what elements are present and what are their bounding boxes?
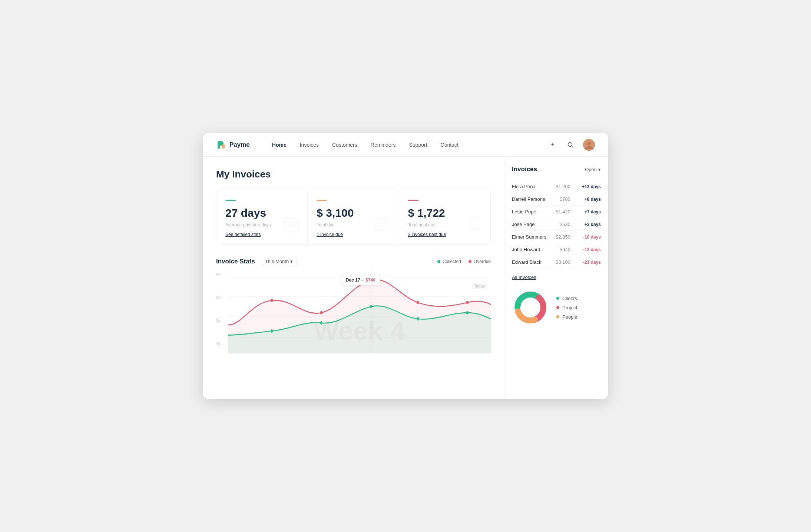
stats-header: Invoice Stats This Month ▾ Collected Ove… [216,257,491,266]
nav-invoices[interactable]: Invoices [300,142,319,148]
nav-support[interactable]: Support [409,142,427,148]
invoice-name-5: John Howard [512,247,560,252]
nav-home[interactable]: Home [272,142,287,148]
svg-point-22 [271,329,273,333]
donut-section: Clients Project People [512,289,601,326]
stats-filter-label: This Month [265,259,289,264]
donut-dot-clients [556,297,559,300]
donut-dot-people [556,315,559,318]
stat-cards: ··· 27 days Average past due days See de… [216,189,491,245]
invoice-days-6: -21 days [575,260,601,265]
invoice-amount-1: $780 [560,196,570,202]
app-window: Payme Home Invoices Customers Reminders … [203,133,608,399]
svg-point-23 [320,321,322,325]
add-button[interactable]: + [547,140,558,150]
nav-customers[interactable]: Customers [332,142,357,148]
invoice-amount-3: $530 [560,222,570,227]
stat-accent-2 [317,200,327,201]
donut-svg [512,289,549,326]
invoice-item: Lettie Pope $1,420 +7 days [512,206,601,218]
donut-dot-project [556,306,559,309]
svg-point-20 [417,301,419,304]
avatar-image [583,139,595,151]
legend-collected: Collected [437,259,461,264]
invoice-days-4: -10 days [575,235,601,240]
invoice-amount-0: $1,200 [556,184,570,189]
stat-icon-dollar: $ [374,216,391,237]
invoice-item: Jose Page $530 +3 days [512,218,601,231]
chart-y-labels: 4k 3k 2k 1k [216,272,221,346]
svg-line-1 [572,146,573,147]
invoice-name-0: Flora Pena [512,184,556,189]
y-label-4k: 4k [216,272,221,276]
svg-point-3 [587,142,591,146]
right-panel-header: Invoices Open ▾ [512,166,601,173]
logo[interactable]: Payme [216,140,250,150]
donut-chart [512,289,549,326]
invoice-item: Elmer Summers $2,850 -10 days [512,231,601,243]
stat-accent-1 [225,200,236,201]
invoice-name-6: Edward Black [512,259,556,265]
donut-legend-project: Project [556,305,577,310]
all-invoices-link[interactable]: All Invoices [512,275,601,280]
right-panel-title: Invoices [512,166,537,173]
stats-filter-dropdown[interactable]: This Month ▾ [261,257,297,266]
svg-rect-4 [284,219,298,232]
stat-icon-bell [465,216,483,237]
search-button[interactable] [565,140,576,150]
svg-rect-8 [287,225,290,227]
logo-icon [216,140,226,150]
svg-point-26 [466,311,469,315]
invoices-filter-dropdown[interactable]: Open ▾ [585,167,601,172]
nav-reminders[interactable]: Reminders [371,142,396,148]
invoice-item: Flora Pena $1,200 +12 days [512,180,601,193]
legend-label-overdue: Overdue [474,259,491,264]
legend-dot-overdue [469,260,471,263]
donut-label-people: People [562,314,577,320]
search-icon [567,142,574,148]
donut-legend-people: People [556,314,577,320]
svg-point-18 [320,311,322,315]
invoice-days-1: +8 days [575,197,601,202]
donut-legend-clients: Clients [556,296,577,301]
donut-label-clients: Clients [562,296,577,301]
invoice-list: Flora Pena $1,200 +12 days Darrell Parso… [512,180,601,269]
invoice-amount-5: $940 [560,247,570,252]
invoices-filter-chevron: ▾ [598,167,601,172]
invoice-item: John Howard $940 -13 days [512,243,601,256]
invoice-amount-2: $1,420 [556,209,570,215]
avatar[interactable] [583,139,595,151]
stat-card-past-due: $ 1,722 Total past due 3 invoices past d… [399,189,490,245]
legend-label-collected: Collected [443,259,461,264]
logo-text: Payme [229,141,250,149]
tooltip-value: $740 [365,277,375,283]
invoice-days-3: +3 days [575,222,601,227]
invoice-name-1: Darrell Parsons [512,196,560,202]
chart-area: 4k 3k 2k 1k [216,272,491,353]
legend-overdue: Overdue [469,259,491,264]
legend-dot-collected [437,260,440,263]
chart-tooltip: Dec 17 - $740 [341,275,380,285]
invoice-amount-4: $2,850 [556,234,570,240]
chart-svg-container: Dec 17 - $740 Today Week 4 [228,272,491,353]
stat-accent-3 [408,200,418,201]
svg-point-17 [271,299,273,302]
nav-actions: + [547,139,595,151]
nav-contact[interactable]: Contact [441,142,459,148]
svg-point-25 [417,317,419,320]
invoice-item: Darrell Parsons $780 +8 days [512,193,601,206]
invoice-amount-6: $3,100 [556,259,570,265]
left-panel: My Invoices ··· 27 days Average past due… [203,157,504,399]
nav-links: Home Invoices Customers Reminders Suppor… [272,142,547,148]
invoice-days-5: -13 days [575,247,601,252]
stat-card-days: 27 days Average past due days See detail… [216,189,308,245]
stats-title: Invoice Stats [216,258,255,265]
stat-card-due: $ 3,100 Total due 1 invoice due $ [308,189,399,245]
donut-legend: Clients Project People [556,296,577,320]
invoice-item: Edward Black $3,100 -21 days [512,256,601,269]
y-label-1k: 1k [216,342,221,346]
invoice-days-0: +12 days [575,184,601,189]
svg-rect-9 [292,225,295,227]
invoices-filter-label: Open [585,167,597,172]
invoice-name-4: Elmer Summers [512,234,556,240]
